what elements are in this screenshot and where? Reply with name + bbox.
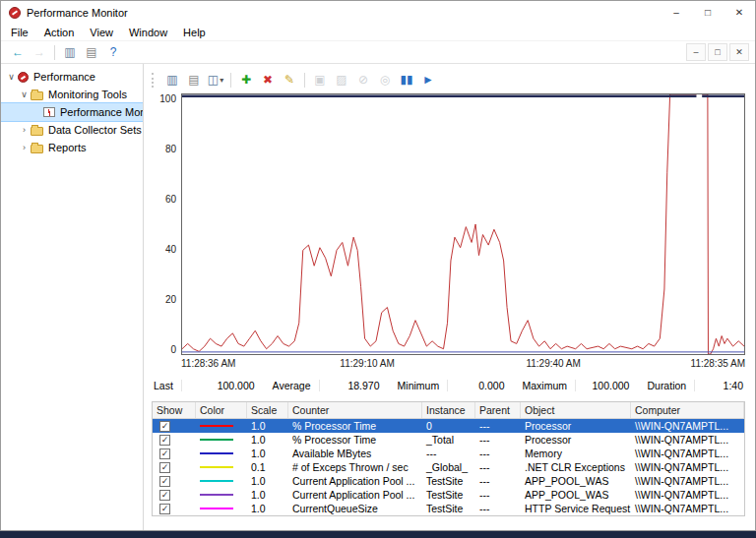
- chevron-collapsed-icon[interactable]: ›: [18, 143, 31, 152]
- scale-cell: 1.0: [247, 474, 288, 488]
- freeze-display-icon[interactable]: ▮▮: [396, 70, 417, 90]
- instance-cell: _Global_: [422, 460, 475, 474]
- show-checkbox[interactable]: ✓: [159, 476, 170, 487]
- minimize-button[interactable]: –: [661, 1, 692, 24]
- counter-cell: Available MBytes: [288, 447, 422, 460]
- graph-toolbar: ▥▤◫▾✚✖✎▣▨⊘◎▮▮►: [161, 70, 439, 90]
- view-current-activity-icon[interactable]: ▥: [161, 70, 183, 90]
- toolbar-separator: [304, 73, 305, 88]
- highlight-icon: ✎: [284, 74, 294, 86]
- stat-value: 1:40: [695, 380, 745, 391]
- color-cell: [196, 488, 247, 502]
- change-graph-type-icon[interactable]: ◫▾: [205, 70, 226, 90]
- main-split: ∨Performance∨Monitoring ToolsPerformance…: [1, 64, 755, 530]
- show-checkbox[interactable]: ✓: [159, 435, 170, 446]
- stat-average: Average18.970: [271, 380, 396, 391]
- color-cell: [196, 433, 247, 447]
- object-cell: Processor: [521, 419, 631, 433]
- child-close-button[interactable]: ✕: [729, 43, 749, 61]
- counter-row[interactable]: ✓0.1# of Exceps Thrown / sec_Global_---.…: [153, 460, 744, 474]
- properties-icon[interactable]: ▤: [81, 42, 102, 62]
- copy-properties-icon: ▣: [314, 74, 325, 86]
- back-icon: ←: [12, 46, 24, 58]
- parent-cell: ---: [475, 447, 521, 460]
- maximize-button[interactable]: □: [692, 1, 724, 24]
- counter-row[interactable]: ✓1.0% Processor Time_Total---Processor\\…: [153, 433, 744, 447]
- chart-area: 100806040200: [152, 93, 745, 355]
- tree-item-data-collector-sets[interactable]: ›Data Collector Sets: [1, 121, 143, 139]
- tree-item-reports[interactable]: ›Reports: [1, 139, 143, 156]
- view-log-data-icon[interactable]: ▤: [183, 70, 205, 90]
- x-tick-label: 11:28:36 AM: [181, 358, 235, 369]
- parent-cell: ---: [475, 474, 521, 488]
- menu-window[interactable]: Window: [121, 25, 175, 40]
- y-tick-label: 80: [165, 144, 176, 154]
- menu-file[interactable]: File: [3, 25, 36, 40]
- stat-duration: Duration1:40: [645, 380, 745, 391]
- show-checkbox[interactable]: ✓: [159, 448, 170, 459]
- folder-icon: [31, 127, 43, 136]
- tree-item-performance[interactable]: ∨Performance: [1, 68, 143, 86]
- column-header-show[interactable]: Show: [153, 402, 196, 418]
- tree-item-monitoring-tools[interactable]: ∨Monitoring Tools: [1, 86, 143, 103]
- close-button[interactable]: ✕: [724, 1, 755, 24]
- menu-action[interactable]: Action: [36, 25, 83, 40]
- show-console-tree-icon: ▥: [64, 46, 75, 58]
- show-checkbox[interactable]: ✓: [159, 462, 170, 473]
- stat-label: Minimum: [396, 380, 449, 391]
- show-checkbox[interactable]: ✓: [159, 490, 170, 501]
- color-swatch: [200, 466, 233, 468]
- counter-row[interactable]: ✓1.0Available MBytes------Memory\\WIN-QN…: [153, 447, 744, 460]
- show-cell: ✓: [153, 474, 196, 488]
- graph-toolbar-row: ▥▤◫▾✚✖✎▣▨⊘◎▮▮►: [152, 68, 745, 91]
- show-checkbox[interactable]: ✓: [159, 421, 170, 432]
- back-icon[interactable]: ←: [7, 42, 29, 62]
- column-header-computer[interactable]: Computer: [631, 402, 744, 418]
- x-tick-label: 11:29:10 AM: [340, 358, 394, 369]
- show-cell: ✓: [153, 460, 196, 474]
- update-data-icon[interactable]: ►: [417, 70, 439, 90]
- tree-label: Performance Monitor: [59, 106, 144, 118]
- x-tick-label: 11:29:40 AM: [526, 358, 580, 369]
- column-header-counter[interactable]: Counter: [288, 402, 422, 418]
- chart-plot[interactable]: [181, 93, 745, 355]
- parent-cell: ---: [475, 419, 521, 433]
- add-counter-icon[interactable]: ✚: [235, 70, 257, 90]
- counter-row[interactable]: ✓1.0CurrentQueueSizeTestSite---HTTP Serv…: [153, 502, 744, 515]
- toolbar-gripper: [152, 73, 156, 88]
- column-header-color[interactable]: Color: [196, 402, 247, 418]
- counter-row[interactable]: ✓1.0Current Application Pool ...TestSite…: [153, 474, 744, 488]
- menu-view[interactable]: View: [82, 25, 121, 40]
- counter-cell: CurrentQueueSize: [288, 502, 422, 515]
- tree-item-performance-monitor[interactable]: Performance Monitor: [1, 103, 143, 121]
- counter-cell: Current Application Pool ...: [288, 474, 422, 488]
- color-swatch: [200, 480, 233, 482]
- folder-icon: [31, 91, 43, 100]
- column-header-parent[interactable]: Parent: [475, 402, 521, 418]
- stat-label: Duration: [645, 380, 695, 391]
- counter-row[interactable]: ✓1.0% Processor Time0---Processor\\WIN-Q…: [153, 419, 744, 433]
- counter-row[interactable]: ✓1.0Current Application Pool ...TestSite…: [153, 488, 744, 502]
- scale-cell: 1.0: [247, 502, 288, 515]
- taskbar-strip[interactable]: [0, 531, 756, 538]
- highlight-icon[interactable]: ✎: [279, 70, 300, 90]
- show-checkbox[interactable]: ✓: [159, 504, 170, 514]
- column-header-instance[interactable]: Instance: [422, 402, 475, 418]
- child-minimize-button[interactable]: –: [686, 43, 706, 61]
- performance-monitor-window: Performance Monitor – □ ✕ FileActionView…: [0, 0, 756, 531]
- column-header-object[interactable]: Object: [521, 402, 631, 418]
- instance-cell: ---: [422, 447, 475, 460]
- show-console-tree-icon[interactable]: ▥: [59, 42, 81, 62]
- delete-icon[interactable]: ✖: [257, 70, 279, 90]
- counter-cell: # of Exceps Thrown / sec: [288, 460, 422, 474]
- column-header-scale[interactable]: Scale: [247, 402, 288, 418]
- menu-help[interactable]: Help: [175, 25, 214, 40]
- chevron-collapsed-icon[interactable]: ›: [18, 125, 31, 135]
- child-restore-button[interactable]: □: [708, 43, 727, 61]
- scale-cell: 1.0: [247, 419, 288, 433]
- color-swatch: [200, 508, 233, 509]
- help-icon[interactable]: ?: [102, 42, 124, 62]
- console-toolbar-row: ←→▥▤? – □ ✕: [1, 41, 755, 64]
- chevron-expanded-icon[interactable]: ∨: [18, 90, 31, 99]
- chevron-expanded-icon[interactable]: ∨: [5, 72, 18, 82]
